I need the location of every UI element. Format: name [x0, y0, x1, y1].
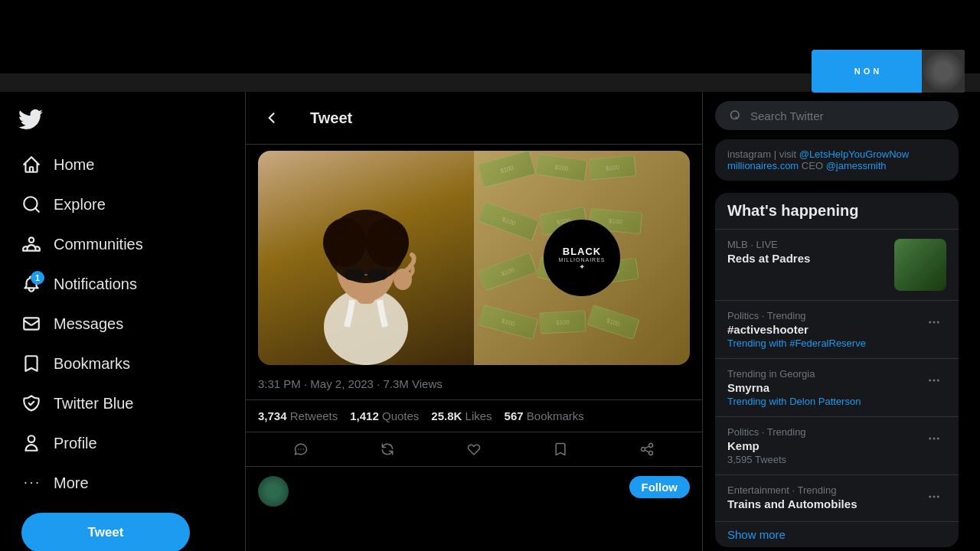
bill: $100	[586, 305, 640, 340]
svg-point-24	[933, 496, 936, 498]
sidebar-item-bookmarks[interactable]: Bookmarks	[9, 344, 236, 383]
like-button[interactable]	[460, 435, 488, 463]
bookmark-action-button[interactable]	[547, 435, 574, 463]
sidebar-item-more[interactable]: More	[9, 464, 236, 502]
trend-left-trains: Entertainment · Trending Trains and Auto…	[727, 484, 922, 512]
overlay-o: O	[864, 67, 871, 76]
svg-point-13	[394, 269, 412, 290]
trend-item-kemp[interactable]: Politics · Trending Kemp 3,595 Tweets	[715, 416, 959, 474]
trend-left-smyrna: Trending in Georgia Smyrna Trending with…	[727, 368, 922, 407]
messages-icon	[21, 314, 41, 334]
tweet-stats: 3,734 Retweets 1,412 Quotes 25.8K Likes …	[246, 399, 702, 432]
likes-stat[interactable]: 25.8K Likes	[431, 409, 492, 422]
bill: $100	[535, 154, 587, 182]
show-more-button[interactable]: Show more	[715, 521, 959, 547]
video-overlay[interactable]: N O N	[812, 50, 965, 93]
tweet-actions	[246, 432, 702, 467]
trend-thumb-img-mlb	[894, 239, 946, 291]
sidebar-item-bookmarks-label: Bookmarks	[54, 355, 130, 373]
trend-dots-activeshooter[interactable]	[922, 310, 946, 334]
person-svg	[258, 151, 474, 365]
top-bar: N O N	[0, 0, 980, 92]
follow-button[interactable]: Follow	[629, 476, 691, 498]
trend-sub-activeshooter: Trending with #FederalReserve	[727, 337, 922, 349]
trend-name-smyrna: Smyrna	[727, 381, 922, 394]
bookmarks-icon	[21, 354, 41, 373]
sidebar-item-explore[interactable]: Explore	[9, 185, 236, 223]
svg-point-8	[323, 218, 366, 267]
trend-dots-trains[interactable]	[922, 484, 946, 509]
sidebar-item-more-label: More	[54, 474, 89, 492]
tweet-detail-panel: Tweet	[245, 92, 703, 551]
trend-name-activeshooter: #activeshooter	[727, 323, 922, 336]
bill: $100	[589, 155, 636, 180]
svg-point-25	[937, 496, 939, 498]
bm-black-text: BLACK	[563, 246, 602, 257]
search-input[interactable]	[750, 109, 946, 122]
likes-count: 25.8K	[431, 409, 462, 422]
promoted-link1[interactable]: @LetsHelpYouGrowNow	[799, 148, 910, 160]
tweet-button[interactable]: Tweet	[21, 513, 190, 551]
tweet-image-container: $100 $100 $100 $100 $100 $100 $100 $100 …	[246, 145, 702, 371]
trend-dots-kemp[interactable]	[922, 426, 946, 451]
trend-category-politics2: Politics · Trending	[727, 426, 922, 438]
quotes-stat[interactable]: 1,412 Quotes	[350, 409, 419, 422]
sidebar-item-profile-label: Profile	[54, 435, 97, 452]
promoted-section: instagram | visit @LetsHelpYouGrowNow mi…	[715, 139, 959, 181]
trend-item-smyrna[interactable]: Trending in Georgia Smyrna Trending with…	[715, 358, 959, 416]
svg-point-20	[929, 438, 931, 440]
trend-category-politics1: Politics · Trending	[727, 310, 922, 321]
explore-icon	[21, 194, 41, 214]
likes-label: Likes	[466, 409, 492, 422]
sidebar-item-twitter-blue[interactable]: Twitter Blue	[9, 384, 236, 422]
communities-icon	[21, 234, 41, 254]
svg-point-18	[933, 380, 936, 382]
trend-thumb-mlb	[894, 239, 946, 291]
svg-point-2	[37, 482, 38, 484]
search-inner	[715, 101, 959, 130]
whats-happening-section: What's happening MLB · LIVE Reds at Padr…	[715, 193, 959, 547]
video-avatar	[922, 50, 965, 93]
trend-link-federalreserve[interactable]: #FederalReserve	[789, 337, 866, 349]
reply-button[interactable]	[287, 435, 315, 463]
home-icon	[21, 155, 41, 174]
sidebar-item-profile[interactable]: Profile	[9, 424, 236, 462]
trend-count-kemp: 3,595 Tweets	[727, 454, 922, 465]
promoted-text2: millionaires.com CEO @jamessmith	[727, 160, 946, 171]
trend-name-mlb: Reds at Padres	[727, 252, 885, 265]
notifications-icon: 1	[21, 274, 41, 294]
tweet-timestamp: 3:31 PM · May 2, 2023	[258, 377, 374, 390]
svg-point-16	[937, 321, 939, 324]
trend-dots-smyrna[interactable]	[922, 368, 946, 393]
bookmarks-stat[interactable]: 567 Bookmarks	[505, 409, 584, 422]
promoted-link2[interactable]: @jamessmith	[826, 160, 887, 171]
trend-item-mlb[interactable]: MLB · LIVE Reds at Padres	[715, 229, 959, 300]
tweet-img-right: $100 $100 $100 $100 $100 $100 $100 $100 …	[474, 151, 690, 365]
svg-rect-10	[345, 269, 364, 280]
trend-link-delon[interactable]: Delon Patterson	[789, 396, 861, 407]
sidebar-item-notifications-label: Notifications	[54, 276, 137, 293]
tweet-img-left	[258, 151, 474, 365]
svg-point-15	[933, 321, 936, 324]
trend-item-activeshooter[interactable]: Politics · Trending #activeshooter Trend…	[715, 300, 959, 358]
sidebar-item-messages[interactable]: Messages	[9, 305, 236, 343]
trend-item-trains[interactable]: Entertainment · Trending Trains and Auto…	[715, 474, 959, 521]
twitter-logo[interactable]	[9, 98, 236, 141]
back-button[interactable]	[258, 104, 286, 132]
trend-name-trains: Trains and Automobiles	[727, 497, 922, 510]
share-button[interactable]	[633, 435, 661, 463]
twitter-bird-icon	[18, 107, 43, 132]
retweets-stat[interactable]: 3,734 Retweets	[258, 409, 338, 422]
tweet-views-count: 7.3M	[383, 377, 408, 390]
bill: $100	[539, 310, 586, 334]
svg-rect-11	[368, 269, 387, 280]
sidebar-item-home[interactable]: Home	[9, 145, 236, 184]
sidebar-item-notifications[interactable]: 1 Notifications	[9, 265, 236, 303]
bookmarks-count: 567	[505, 409, 524, 422]
retweet-button[interactable]	[374, 435, 401, 463]
trend-category-entertainment: Entertainment · Trending	[727, 484, 922, 496]
twitter-blue-icon	[21, 393, 41, 413]
promoted-link2-site[interactable]: millionaires.com	[727, 160, 799, 171]
profile-icon	[21, 433, 41, 453]
sidebar-item-communities[interactable]: Communities	[9, 225, 236, 263]
